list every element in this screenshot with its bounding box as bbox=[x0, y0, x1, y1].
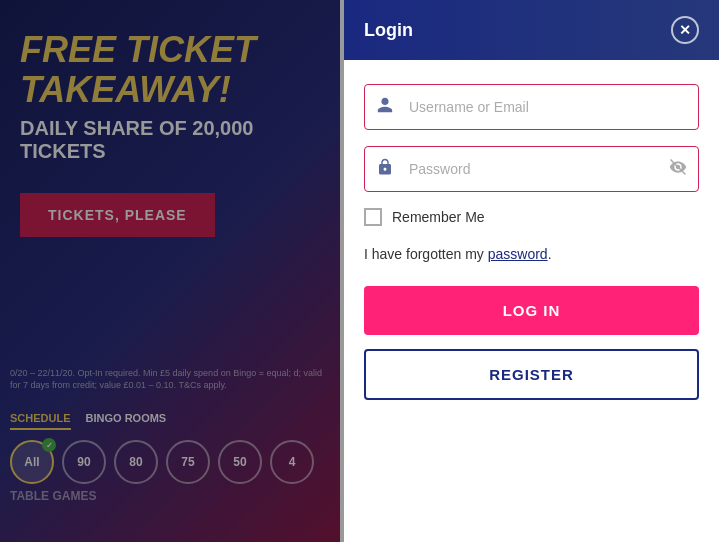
lock-icon bbox=[376, 158, 394, 180]
close-button[interactable]: ✕ bbox=[671, 16, 699, 44]
forgot-text: I have forgotten my bbox=[364, 246, 488, 262]
modal-title: Login bbox=[364, 20, 413, 41]
username-input[interactable] bbox=[364, 84, 699, 130]
forgot-password-link[interactable]: password bbox=[488, 246, 548, 262]
modal-body: Remember Me I have forgotten my password… bbox=[344, 60, 719, 542]
username-input-group bbox=[364, 84, 699, 130]
password-input-group bbox=[364, 146, 699, 192]
login-modal: Login ✕ bbox=[344, 0, 719, 542]
forgot-password-row: I have forgotten my password. bbox=[364, 246, 699, 262]
forgot-period: . bbox=[548, 246, 552, 262]
modal-header: Login ✕ bbox=[344, 0, 719, 60]
register-button[interactable]: REGISTER bbox=[364, 349, 699, 400]
remember-label[interactable]: Remember Me bbox=[392, 209, 485, 225]
eye-icon[interactable] bbox=[669, 158, 687, 180]
user-icon bbox=[376, 96, 394, 118]
password-input[interactable] bbox=[364, 146, 699, 192]
login-button[interactable]: LOG IN bbox=[364, 286, 699, 335]
remember-me-row: Remember Me bbox=[364, 208, 699, 226]
remember-checkbox[interactable] bbox=[364, 208, 382, 226]
